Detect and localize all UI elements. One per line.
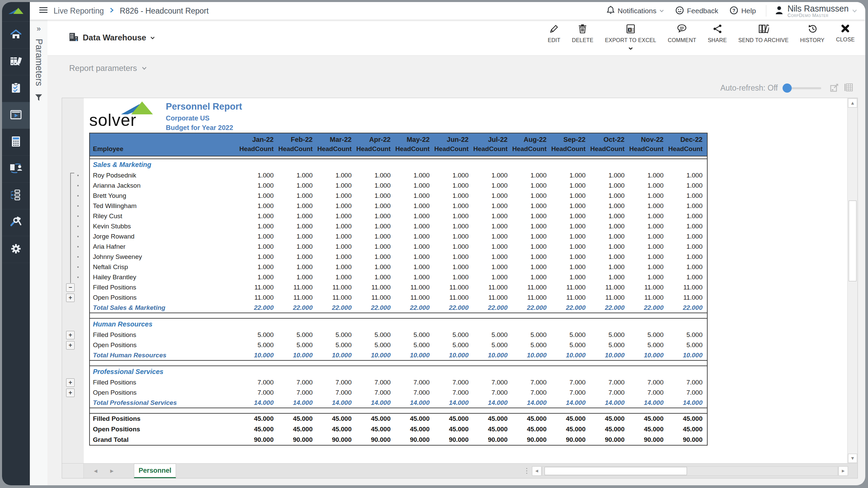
outline-expand-button[interactable]: + — [66, 378, 75, 387]
help-button[interactable]: ? Help — [726, 6, 760, 16]
feedback-label: Feedback — [687, 7, 718, 15]
vertical-scroll-thumb[interactable] — [849, 201, 856, 281]
value-cell: 1.000 — [551, 272, 590, 282]
value-cell: 10.000 — [317, 350, 356, 360]
value-cell: 1.000 — [317, 191, 356, 201]
value-cell: 45.000 — [278, 413, 317, 424]
outline-dot — [77, 226, 79, 227]
auto-refresh-slider[interactable] — [783, 87, 821, 89]
sidebar-item-home[interactable] — [2, 22, 30, 49]
breadcrumb: Live Reporting R826 - Headcount Report — [39, 6, 209, 16]
user-menu[interactable]: Nils Rasmussen CorpDemo Master — [772, 4, 859, 18]
report-parameters-toggle[interactable]: Report parameters — [47, 58, 147, 79]
outline-expand-button[interactable]: + — [66, 331, 75, 339]
value-cell: 5.000 — [551, 340, 590, 350]
value-cell: 10.000 — [434, 350, 473, 360]
toolbar-actions: EDIT DELETE X — [542, 24, 861, 51]
outline-expand-button[interactable]: + — [66, 341, 75, 350]
value-cell: 1.000 — [317, 170, 356, 181]
sidebar-item-reporting[interactable] — [2, 102, 30, 129]
sheet-tab-personnel[interactable]: Personnel — [134, 464, 176, 478]
outline-gutter: −+++++ — [62, 98, 84, 463]
employee-row: Kevin Stubbs1.0001.0001.0001.0001.0001.0… — [90, 221, 707, 231]
value-cell: 5.000 — [668, 340, 707, 350]
value-cell: 1.000 — [317, 252, 356, 262]
auto-refresh-slider-knob[interactable] — [783, 83, 792, 93]
notifications-button[interactable]: Notifications — [603, 6, 668, 16]
scroll-down-button[interactable]: ▼ — [848, 454, 857, 463]
row-label: Riley Cust — [90, 211, 239, 221]
tools-icon — [10, 217, 22, 229]
scroll-left-button[interactable]: ◀ — [532, 466, 541, 476]
report-subtitle: Corporate US — [166, 114, 242, 122]
headcount-table: Employee Jan-22HeadCountFeb-22HeadCountM… — [90, 133, 707, 445]
value-cell: 90.000 — [395, 434, 434, 445]
sidebar-item-budgeting[interactable] — [2, 129, 30, 156]
sidebar-item-settings[interactable] — [2, 236, 30, 263]
sidebar-item-tasks[interactable] — [2, 75, 30, 102]
value-cell: 1.000 — [395, 201, 434, 211]
section-summary-row: Open Positions11.00011.00011.00011.00011… — [90, 293, 707, 303]
report-title: Personnel Report — [166, 101, 242, 112]
delete-button[interactable]: DELETE — [566, 24, 599, 43]
value-cell: 1.000 — [278, 262, 317, 272]
month-column-header: Nov-22HeadCount — [629, 133, 668, 156]
value-cell: 1.000 — [278, 201, 317, 211]
table-view-icon[interactable] — [844, 83, 853, 93]
value-cell: 10.000 — [512, 350, 551, 360]
export-to-excel-button[interactable]: X EXPORT TO EXCEL — [599, 24, 662, 51]
value-cell: 1.000 — [395, 272, 434, 282]
value-cell: 11.000 — [512, 282, 551, 293]
outline-expand-button[interactable]: + — [66, 389, 75, 397]
value-cell: 11.000 — [551, 282, 590, 293]
value-cell: 1.000 — [434, 262, 473, 272]
value-cell: 7.000 — [473, 377, 512, 388]
outline-dot — [77, 236, 79, 237]
rail-expand-button[interactable]: » — [37, 24, 41, 33]
splitter-handle[interactable] — [526, 464, 527, 478]
share-button[interactable]: SHARE — [702, 24, 732, 43]
value-cell: 1.000 — [356, 211, 395, 221]
value-cell: 7.000 — [278, 377, 317, 388]
horizontal-scroll-track[interactable] — [542, 466, 838, 476]
tab-scroll-left-button[interactable]: ◀ — [94, 468, 97, 473]
value-cell: 1.000 — [512, 191, 551, 201]
edit-button[interactable]: EDIT — [542, 24, 566, 43]
sidebar-item-tools[interactable] — [2, 209, 30, 236]
sidebar-item-process[interactable] — [2, 183, 30, 209]
sidebar-item-collaboration[interactable] — [2, 156, 30, 183]
feedback-button[interactable]: Feedback — [671, 6, 722, 16]
month-column-header: Feb-22HeadCount — [278, 133, 317, 156]
value-cell: 10.000 — [278, 350, 317, 360]
horizontal-scroll-thumb[interactable] — [545, 467, 687, 475]
hamburger-menu-icon[interactable] — [39, 7, 47, 15]
value-cell: 1.000 — [590, 201, 629, 211]
value-cell: 1.000 — [512, 272, 551, 282]
value-cell: 10.000 — [590, 350, 629, 360]
datasource-dropdown[interactable]: Data Warehouse — [68, 32, 155, 43]
scroll-up-button[interactable]: ▲ — [848, 98, 857, 108]
value-cell: 1.000 — [512, 181, 551, 191]
popout-icon[interactable] — [830, 83, 839, 93]
horizontal-scrollbar[interactable]: ◀ ▶ — [532, 464, 848, 478]
comment-button[interactable]: COMMENT — [662, 24, 702, 43]
history-button[interactable]: HISTORY — [794, 24, 830, 43]
outline-collapse-button[interactable]: − — [66, 283, 75, 292]
vertical-scrollbar[interactable]: ▲ ▼ — [847, 98, 857, 463]
value-cell: 7.000 — [512, 377, 551, 388]
scroll-right-button[interactable]: ▶ — [839, 466, 848, 476]
row-label: Johnny Sweeney — [90, 252, 239, 262]
value-cell: 11.000 — [629, 293, 668, 303]
breadcrumb-section[interactable]: Live Reporting — [54, 6, 104, 16]
outline-expand-button[interactable]: + — [66, 294, 75, 302]
value-cell: 11.000 — [512, 293, 551, 303]
tab-scroll-right-button[interactable]: ▶ — [110, 468, 114, 473]
value-cell: 1.000 — [629, 170, 668, 181]
value-cell: 1.000 — [551, 201, 590, 211]
filter-icon[interactable] — [35, 94, 43, 103]
sidebar-item-library[interactable] — [2, 49, 30, 75]
value-cell: 1.000 — [590, 252, 629, 262]
close-button[interactable]: CLOSE — [830, 24, 861, 43]
send-to-archive-button[interactable]: SEND TO ARCHIVE — [733, 24, 794, 43]
value-cell: 1.000 — [629, 221, 668, 231]
